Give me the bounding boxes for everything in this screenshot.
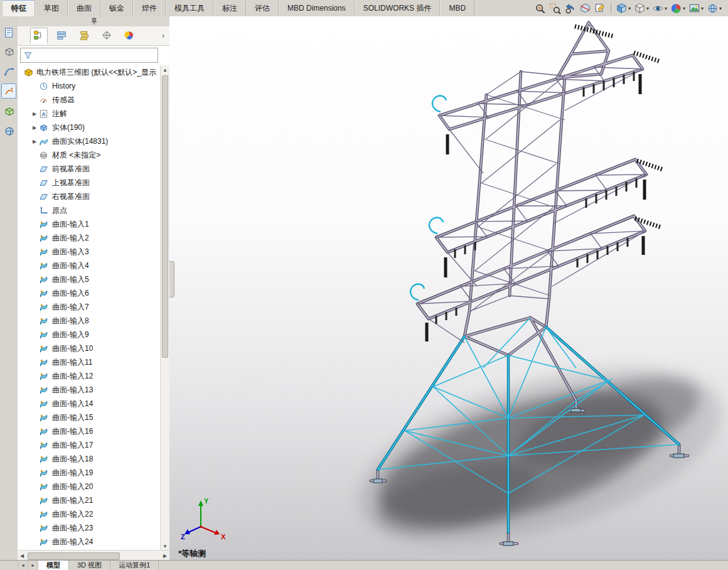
- ribbon-tab-surfaces[interactable]: 曲面: [68, 0, 100, 16]
- tree-item-surface-import-8[interactable]: 曲面-输入8: [18, 314, 161, 328]
- chevron-down-icon[interactable]: ▾: [683, 6, 685, 11]
- tree-item-surface-import-6[interactable]: 曲面-输入6: [18, 286, 161, 300]
- bottom-tab-motion-study-1[interactable]: 运动算例1: [110, 561, 159, 570]
- tree-item-annotations[interactable]: ▶A注解: [18, 107, 161, 121]
- power-tower-model[interactable]: [169, 16, 728, 561]
- ribbon-tab-solidworks-addins[interactable]: SOLIDWORKS 插件: [355, 0, 441, 16]
- chevron-down-icon[interactable]: ▾: [665, 6, 667, 11]
- tree-item-surface-import-13[interactable]: 曲面-输入13: [18, 383, 161, 397]
- expand-arrow-icon[interactable]: ▶: [30, 111, 39, 117]
- panel-tab-displaymanager[interactable]: [122, 28, 138, 43]
- tree-item-surface-import-4[interactable]: 曲面-输入4: [18, 259, 161, 272]
- horizontal-scroll-thumb[interactable]: [28, 552, 120, 560]
- tree-item-surface-import-9[interactable]: 曲面-输入9: [18, 328, 161, 341]
- pin-icon[interactable]: [90, 18, 98, 25]
- tree-item-history[interactable]: History: [18, 79, 161, 93]
- tree-item-surface-import-2[interactable]: 曲面-输入2: [18, 231, 161, 245]
- left-tool-6-button[interactable]: [2, 124, 16, 137]
- tree-item-front-plane[interactable]: 前视基准面: [18, 162, 161, 176]
- tree-item-surface-import-24[interactable]: 曲面-输入24: [18, 535, 161, 549]
- tree-item-surface-import-21[interactable]: 曲面-输入21: [18, 493, 161, 507]
- bottom-tab-3d-views[interactable]: 3D 视图: [69, 561, 110, 570]
- graphics-area[interactable]: Y X Z *等轴测: [169, 16, 728, 561]
- orientation-triad: Y X Z: [181, 495, 233, 540]
- ribbon-tab-weldments[interactable]: 焊件: [133, 0, 166, 16]
- scroll-right-arrow[interactable]: ▶: [161, 551, 169, 560]
- chevron-down-icon[interactable]: ▾: [719, 6, 722, 11]
- tree-item-surface-import-22[interactable]: 曲面-输入22: [18, 507, 161, 521]
- ribbon-tab-mbd[interactable]: MBD: [440, 0, 474, 16]
- tree-item-right-plane[interactable]: 右视基准面: [18, 190, 161, 203]
- panel-tab-configurationmanager[interactable]: [77, 28, 93, 43]
- left-tool-3-button[interactable]: [2, 64, 16, 78]
- tree-item-surface-import-3[interactable]: 曲面-输入3: [18, 245, 161, 259]
- expand-arrow-icon[interactable]: ▶: [30, 125, 39, 131]
- tree-item-surface-import-16[interactable]: 曲面-输入16: [18, 424, 161, 438]
- tree-item-surface-import-18[interactable]: 曲面-输入18: [18, 452, 161, 466]
- panel-tabs-overflow[interactable]: ›: [162, 31, 164, 40]
- panel-tab-featuremanager[interactable]: [30, 28, 48, 44]
- tree-item-surface-bodies[interactable]: ▶曲面实体(14831): [18, 134, 161, 148]
- ribbon-tab-mold-tools[interactable]: 模具工具: [166, 0, 213, 16]
- expand-arrow-icon[interactable]: ▶: [30, 139, 39, 144]
- tree-item-material[interactable]: 材质 <未指定>: [18, 148, 161, 162]
- tree-item-surface-import-15[interactable]: 曲面-输入15: [18, 411, 161, 424]
- left-tool-1-button[interactable]: [2, 25, 16, 39]
- tree-item-solid-bodies[interactable]: ▶实体(190): [18, 121, 161, 134]
- tree-item-surface-import-10[interactable]: 曲面-输入10: [18, 341, 161, 355]
- chevron-down-icon[interactable]: ▾: [701, 6, 704, 11]
- hide-show-items-button[interactable]: ▾: [651, 1, 668, 15]
- tree-filter[interactable]: [20, 48, 158, 63]
- panel-tab-propertymanager[interactable]: [54, 28, 70, 43]
- ribbon-tab-mbd-dimensions[interactable]: MBD Dimensions: [279, 0, 355, 16]
- tree-item-part-root[interactable]: 电力铁塔三维图 (默认<<默认>_显示: [18, 65, 161, 79]
- left-tool-4-button[interactable]: [1, 83, 16, 99]
- tree-vertical-scrollbar[interactable]: ▲ ▼: [160, 65, 169, 551]
- tree-item-origin[interactable]: 原点: [18, 203, 161, 217]
- section-view-button[interactable]: [578, 1, 592, 15]
- chevron-down-icon[interactable]: ▾: [628, 6, 631, 11]
- view-settings-button[interactable]: ▾: [705, 1, 723, 15]
- tree-item-surface-import-5[interactable]: 曲面-输入5: [18, 272, 161, 286]
- panel-splitter[interactable]: [169, 261, 174, 298]
- bottom-tab-scroll-right[interactable]: ▸: [28, 561, 38, 570]
- tree-item-top-plane[interactable]: 上视基准面: [18, 176, 161, 190]
- tree-horizontal-scrollbar[interactable]: ◀ ▶: [18, 550, 169, 561]
- tree-item-surface-import-20[interactable]: 曲面-输入20: [18, 480, 161, 493]
- bottom-tab-model[interactable]: 模型: [38, 561, 69, 570]
- vertical-scroll-thumb[interactable]: [162, 75, 168, 358]
- scroll-left-arrow[interactable]: ◀: [18, 551, 26, 560]
- view-orientation-label: *等轴测: [178, 548, 206, 559]
- scroll-up-arrow[interactable]: ▲: [161, 65, 169, 74]
- dynamic-annotation-button[interactable]: [593, 1, 608, 15]
- tree-item-surface-import-12[interactable]: 曲面-输入12: [18, 369, 161, 383]
- tree-item-surface-import-11[interactable]: 曲面-输入11: [18, 355, 161, 369]
- tree-item-surface-import-7[interactable]: 曲面-输入7: [18, 300, 161, 314]
- tree-item-sensors[interactable]: 传感器: [18, 93, 161, 107]
- edit-appearance-button[interactable]: ▾: [669, 1, 687, 15]
- apply-scene-button[interactable]: ▾: [687, 1, 705, 15]
- scroll-down-arrow[interactable]: ▼: [161, 542, 169, 551]
- bottom-tab-scroll-left[interactable]: ◂: [18, 561, 28, 570]
- ribbon-tab-sheet-metal[interactable]: 钣金: [100, 0, 133, 16]
- left-tool-5-button[interactable]: [2, 104, 16, 118]
- ribbon-tab-sketch[interactable]: 草图: [35, 0, 68, 16]
- ribbon-tab-evaluate[interactable]: 评估: [246, 0, 279, 16]
- tree-item-surface-import-19[interactable]: 曲面-输入19: [18, 466, 161, 480]
- ribbon-tab-annotation[interactable]: 标注: [213, 0, 246, 16]
- ribbon-tab-features[interactable]: 特征: [3, 0, 35, 16]
- view-orientation-button[interactable]: ▾: [614, 1, 632, 15]
- zoom-fit-button[interactable]: [533, 1, 547, 15]
- display-style-button[interactable]: ▾: [633, 1, 650, 15]
- zoom-area-icon: [549, 3, 561, 14]
- tree-item-surface-import-1[interactable]: 曲面-输入1: [18, 217, 161, 231]
- panel-tab-dimxpertmanager[interactable]: [99, 28, 115, 43]
- tree-item-surface-import-23[interactable]: 曲面-输入23: [18, 521, 161, 535]
- dimxpertmanager-icon: [102, 30, 113, 41]
- chevron-down-icon[interactable]: ▾: [646, 6, 649, 11]
- left-tool-2-button[interactable]: [2, 45, 16, 58]
- previous-view-button[interactable]: [563, 1, 577, 15]
- tree-item-surface-import-17[interactable]: 曲面-输入17: [18, 438, 161, 452]
- tree-item-surface-import-14[interactable]: 曲面-输入14: [18, 397, 161, 411]
- zoom-area-button[interactable]: [548, 1, 562, 15]
